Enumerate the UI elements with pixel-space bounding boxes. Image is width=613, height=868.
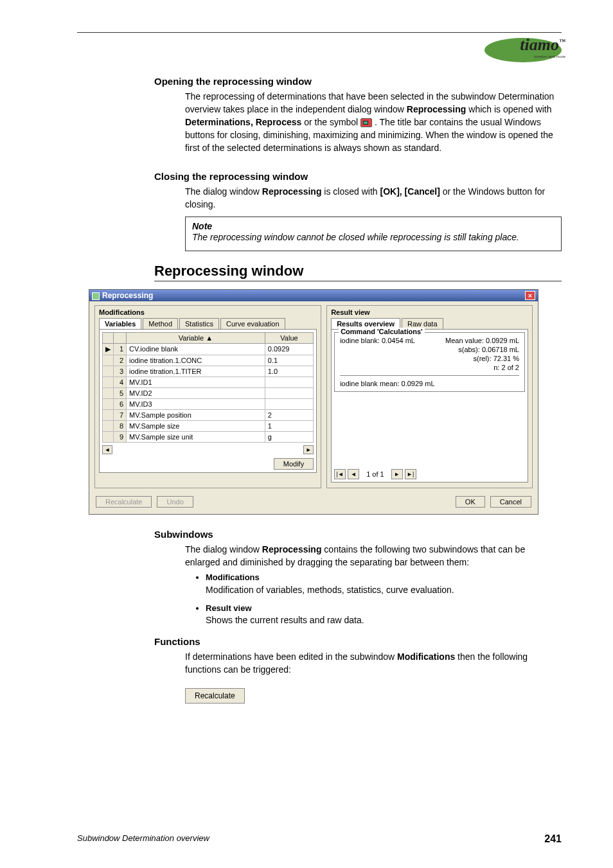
footer-section: Subwindow Determination overview <box>77 833 209 845</box>
variables-tab-content: Variable ▲ Value ▶1CV.iodine blank0.0929… <box>99 329 317 473</box>
cell-variable: iodine titration.1.TITER <box>127 366 265 376</box>
row-indicator <box>103 409 114 420</box>
section-closing-body: The dialog window Reprocessing is closed… <box>185 186 562 211</box>
row-indicator: ▶ <box>103 343 114 355</box>
cell-variable: MV.ID3 <box>127 398 265 409</box>
col-value[interactable]: Value <box>265 332 313 343</box>
table-row[interactable]: 9MV.Sample size unitg <box>103 431 314 442</box>
cell-value: 1.0 <box>265 366 313 376</box>
pager-prev-icon[interactable]: ◄ <box>348 469 359 479</box>
table-row[interactable]: 2iodine titration.1.CONC0.1 <box>103 355 314 366</box>
horizontal-scrollbar[interactable]: ◄ ► <box>102 445 314 454</box>
section-closing-title: Closing the reprocessing window <box>154 171 562 182</box>
row-indicator <box>103 420 114 431</box>
section-subwindows-body: The dialog window Reprocessing contains … <box>185 544 562 569</box>
table-row[interactable]: 7MV.Sample position2 <box>103 409 314 420</box>
row-indicator <box>103 387 114 398</box>
res-iodine-blank: iodine blank: 0.0454 mL <box>340 337 415 344</box>
modifications-title: Modifications <box>99 308 317 316</box>
undo-button[interactable]: Undo <box>157 496 193 508</box>
recalculate-function-button[interactable]: Recalculate <box>185 688 245 704</box>
subwindows-list: Modifications Modification of variables,… <box>206 571 562 626</box>
section-opening-body: The reprocessing of determinations that … <box>185 91 562 154</box>
row-number: 1 <box>114 343 127 355</box>
variables-table: Variable ▲ Value ▶1CV.iodine blank0.0929… <box>102 332 314 443</box>
cell-variable: CV.iodine blank <box>127 343 265 355</box>
row-indicator <box>103 398 114 409</box>
scroll-left-icon[interactable]: ◄ <box>102 445 112 454</box>
res-n: n: 2 of 2 <box>340 364 519 371</box>
recalculate-button[interactable]: Recalculate <box>96 496 152 508</box>
pager: |◄ ◄ 1 of 1 ► ►| <box>334 469 525 479</box>
modifications-pane: Modifications Variables Method Statistic… <box>94 305 321 488</box>
cell-value: 0.1 <box>265 355 313 366</box>
tab-curve-evaluation[interactable]: Curve evaluation <box>220 318 285 329</box>
row-number: 7 <box>114 409 127 420</box>
cell-variable: MV.Sample size unit <box>127 431 265 442</box>
pager-text: 1 of 1 <box>361 470 389 478</box>
row-number: 6 <box>114 398 127 409</box>
modifications-tabs: Variables Method Statistics Curve evalua… <box>99 318 317 329</box>
list-item: Modifications Modification of variables,… <box>206 571 562 596</box>
tab-variables[interactable]: Variables <box>99 318 141 329</box>
titlebar-icon <box>92 292 100 300</box>
pager-last-icon[interactable]: ►| <box>405 469 416 479</box>
ok-button[interactable]: OK <box>456 496 485 508</box>
reprocessing-dialog: Reprocessing × Modifications Variables M… <box>89 289 538 515</box>
res-s-abs: s(abs): 0.06718 mL <box>340 346 519 353</box>
row-number: 3 <box>114 366 127 376</box>
result-view-pane: Result view Results overview Raw data Co… <box>326 305 533 488</box>
row-indicator <box>103 355 114 366</box>
tab-statistics[interactable]: Statistics <box>179 318 219 329</box>
row-number: 4 <box>114 376 127 387</box>
cell-value: g <box>265 431 313 442</box>
logo-tagline: titration and more <box>534 55 565 58</box>
logo-tm: ™ <box>559 38 565 45</box>
cell-variable: iodine titration.1.CONC <box>127 355 265 366</box>
tab-method[interactable]: Method <box>143 318 178 329</box>
row-indicator <box>103 431 114 442</box>
pager-first-icon[interactable]: |◄ <box>334 469 346 479</box>
cell-variable: MV.Sample size <box>127 420 265 431</box>
cell-value <box>265 376 313 387</box>
table-row[interactable]: 8MV.Sample size1 <box>103 420 314 431</box>
modify-button[interactable]: Modify <box>274 458 314 470</box>
scroll-right-icon[interactable]: ► <box>303 445 314 454</box>
result-view-title: Result view <box>331 308 528 316</box>
row-number: 8 <box>114 420 127 431</box>
logo-brand: tiamo <box>520 35 559 54</box>
res-mean-line: iodine blank mean: 0.0929 mL <box>340 380 519 387</box>
dialog-titlebar[interactable]: Reprocessing × <box>89 290 538 301</box>
note-title: Note <box>192 221 555 231</box>
dialog-footer: Recalculate Undo OK Cancel <box>89 493 538 514</box>
cell-value <box>265 398 313 409</box>
row-indicator <box>103 376 114 387</box>
dialog-title: Reprocessing <box>102 291 153 300</box>
cell-value <box>265 387 313 398</box>
section-functions-title: Functions <box>154 636 562 647</box>
page-footer: Subwindow Determination overview 241 <box>77 833 562 845</box>
table-row[interactable]: 5MV.ID2 <box>103 387 314 398</box>
header-rule <box>77 32 562 33</box>
close-icon[interactable]: × <box>525 291 535 300</box>
results-tab-content: Command 'Calculations' iodine blank: 0.0… <box>331 329 528 483</box>
row-number: 5 <box>114 387 127 398</box>
calculations-legend: Command 'Calculations' <box>339 328 424 335</box>
table-row[interactable]: ▶1CV.iodine blank0.0929 <box>103 343 314 355</box>
cell-value: 2 <box>265 409 313 420</box>
cell-value: 1 <box>265 420 313 431</box>
section-rule <box>154 281 562 281</box>
logo-area: tiamo™ titration and more <box>77 38 562 64</box>
row-number: 2 <box>114 355 127 366</box>
col-variable[interactable]: Variable ▲ <box>127 332 265 343</box>
pager-next-icon[interactable]: ► <box>391 469 403 479</box>
table-row[interactable]: 4MV.ID1 <box>103 376 314 387</box>
calculations-group: Command 'Calculations' iodine blank: 0.0… <box>334 332 525 392</box>
table-row[interactable]: 3iodine titration.1.TITER1.0 <box>103 366 314 376</box>
section-opening-title: Opening the reprocessing window <box>154 76 562 87</box>
tiamo-logo: tiamo™ titration and more <box>484 38 562 62</box>
section-reprocessing-window-title: Reprocessing window <box>154 263 562 279</box>
cancel-button[interactable]: Cancel <box>490 496 531 508</box>
table-row[interactable]: 6MV.ID3 <box>103 398 314 409</box>
reprocess-icon <box>360 118 372 127</box>
